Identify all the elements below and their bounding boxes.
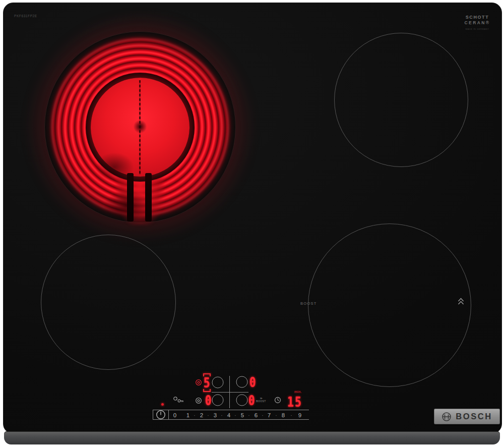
slider-dot: ·: [207, 413, 209, 418]
slider-level-4[interactable]: 4: [227, 412, 230, 418]
slider-top-line: [153, 410, 309, 410]
slider-level-2[interactable]: 2: [200, 412, 203, 418]
model-label: PKF631FP2E: [14, 14, 37, 18]
bosch-logo-plate: BOSCH: [434, 409, 500, 424]
display-rear-right: 0: [249, 374, 256, 390]
zone-select-front-right[interactable]: [236, 395, 248, 406]
timer-unit-label: min.: [294, 390, 302, 394]
power-icon[interactable]: [155, 409, 166, 420]
slider-dot: ·: [290, 413, 292, 418]
dual-zone-icon-red[interactable]: [195, 379, 202, 386]
power-indicator-dot: [161, 403, 164, 406]
element-lead-bar: [145, 173, 152, 221]
slider-dot: ·: [248, 413, 249, 418]
product-photo: PKF631FP2E SCHOTT CERAN® MADE IN GERMANY…: [0, 0, 504, 446]
slider-level-6[interactable]: 6: [255, 412, 258, 418]
schott-ceran-logo: SCHOTT CERAN® MADE IN GERMANY: [460, 15, 495, 30]
slider-dot: ·: [221, 413, 222, 418]
slider-left-tick: [153, 410, 153, 420]
dual-zone-icon-gray[interactable]: [195, 397, 202, 404]
slider-dot: ·: [234, 413, 236, 418]
slider-dot: ·: [194, 413, 195, 418]
slider-level-5[interactable]: 5: [241, 412, 244, 418]
reflection-dark-patch: [104, 191, 149, 221]
zone-select-rear-right[interactable]: [236, 376, 248, 388]
child-lock-icon[interactable]: [173, 396, 184, 403]
slider-level-7[interactable]: 7: [268, 412, 271, 418]
zone-circle-front-right: [308, 224, 471, 387]
display-front-left: 0: [205, 393, 212, 408]
boost-key-label: BOOST: [255, 400, 268, 403]
chevron-double-up-icon: [457, 297, 465, 307]
slider-level-8[interactable]: 8: [282, 412, 285, 418]
zone-cross-horizontal: [212, 392, 248, 393]
bosch-anchor-icon: [442, 412, 452, 422]
element-center-hub: [133, 120, 147, 133]
zone-circle-front-left: [41, 235, 176, 370]
schott-subline: MADE IN GERMANY: [460, 28, 495, 30]
zone-circle-rear-right: [334, 33, 468, 167]
clock-icon[interactable]: [274, 397, 281, 404]
zone-select-rear-left[interactable]: [212, 377, 224, 388]
bosch-logo-text: BOSCH: [456, 412, 492, 421]
slider-dot: ·: [275, 413, 277, 418]
radiant-zone-rear-left: [44, 31, 236, 223]
schott-line: SCHOTT: [460, 15, 495, 20]
slider-level-9[interactable]: 9: [298, 412, 301, 418]
slider-divider-tick: [168, 410, 169, 420]
slider-level-1[interactable]: 1: [186, 412, 190, 418]
front-trim-strip: [4, 431, 500, 444]
reflection-dark-patch: [95, 152, 134, 182]
zone-extension-indicator-bottom: [203, 389, 211, 392]
ceran-line: CERAN®: [460, 20, 495, 26]
zone-select-front-left[interactable]: [212, 395, 224, 406]
slider-level-0[interactable]: 0: [173, 412, 176, 418]
display-front-right: 0: [248, 393, 255, 408]
slider-bottom-line: [153, 419, 309, 420]
timer-display: 15: [287, 394, 302, 410]
slider-dot: ·: [262, 413, 263, 418]
display-rear-left: 5: [204, 375, 210, 391]
boost-zone-label: BOOST: [300, 301, 317, 306]
boost-key[interactable]: ≫ BOOST: [255, 397, 268, 403]
slider-level-3[interactable]: 3: [214, 412, 217, 418]
